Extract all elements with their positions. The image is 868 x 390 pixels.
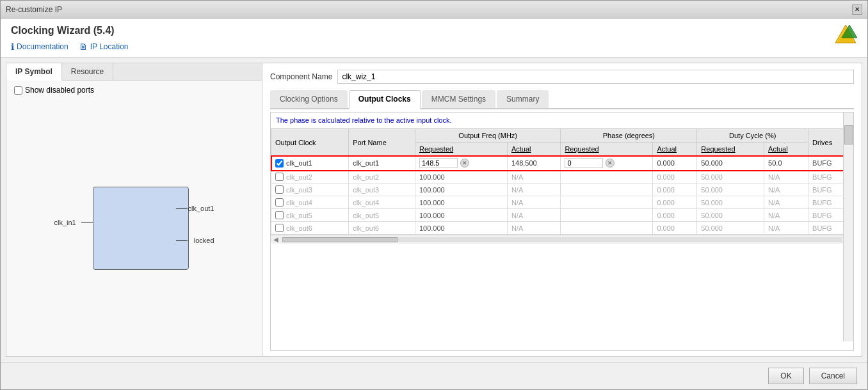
output-clock-name: clk_out6 — [286, 224, 312, 232]
app-title: Clocking Wizard (5.4) — [11, 25, 857, 36]
ip-symbol-area: clk_in1 clk_out1 locked — [6, 100, 262, 356]
ok-button[interactable]: OK — [768, 368, 803, 384]
table-scroll[interactable]: Output Clock Port Name Output Freq (MHz)… — [271, 129, 853, 235]
main-window: Re-customize IP ✕ Clocking Wizard (5.4) … — [0, 0, 868, 390]
vertical-scrollbar[interactable] — [843, 113, 853, 341]
documentation-label: Documentation — [17, 42, 68, 51]
table-area: The phase is calculated relative to the … — [270, 112, 854, 351]
output-clock-checkbox[interactable] — [275, 224, 284, 232]
close-icon: ✕ — [855, 6, 860, 13]
col-phase: Phase (degrees) — [561, 129, 697, 143]
tab-summary[interactable]: Summary — [497, 90, 549, 108]
cell-output-clock: clk_out1 — [271, 156, 349, 171]
cell-duty-act: 50.0 — [764, 156, 808, 171]
col-output-freq: Output Freq (MHz) — [415, 129, 560, 143]
show-disabled-checkbox[interactable] — [14, 86, 22, 95]
output-clock-name: clk_out2 — [286, 173, 312, 181]
cell-duty-req: 50.000 — [697, 196, 764, 209]
h-scroll-track — [282, 237, 842, 242]
cell-duty-act: N/A — [764, 171, 808, 183]
col-freq-act: Actual — [507, 143, 560, 156]
ip-block: clk_in1 clk_out1 locked — [54, 180, 214, 276]
tab-clocking-options[interactable]: Clocking Options — [270, 90, 348, 108]
cell-output-clock: clk_out4 — [271, 196, 349, 209]
cell-phase-req — [561, 183, 653, 196]
cell-freq-act: N/A — [507, 209, 560, 222]
left-tabs: IP Symbol Resource — [6, 63, 262, 81]
footer: OK Cancel — [1, 362, 867, 389]
col-output-clock: Output Clock — [271, 129, 349, 156]
cell-duty-act: N/A — [764, 183, 808, 196]
content-area: IP Symbol Resource Show disabled ports c… — [6, 63, 862, 357]
output-port1-line — [176, 208, 188, 209]
cell-port-name: clk_out2 — [349, 171, 415, 183]
cell-freq-req: 100.000 — [415, 171, 507, 183]
scroll-left-arrow[interactable]: ◀ — [271, 236, 281, 243]
cell-phase-act: 0.000 — [653, 156, 697, 171]
main-tabs: Clocking Options Output Clocks MMCM Sett… — [270, 90, 854, 109]
cell-port-name: clk_out5 — [349, 209, 415, 222]
cell-output-clock: clk_out2 — [271, 171, 349, 183]
output-clock-checkbox[interactable] — [275, 173, 284, 181]
col-duty-req: Requested — [697, 143, 764, 156]
table-row: clk_out3clk_out3100.000N/A0.00050.000N/A… — [271, 183, 853, 196]
cell-phase-act: 0.000 — [653, 183, 697, 196]
header-area: Clocking Wizard (5.4) ℹ Documentation 🗎 … — [1, 19, 867, 58]
cell-freq-req: 100.000 — [415, 209, 507, 222]
tab-ip-symbol[interactable]: IP Symbol — [6, 63, 62, 81]
table-header-row1: Output Clock Port Name Output Freq (MHz)… — [271, 129, 853, 143]
cell-phase-req — [561, 209, 653, 222]
window-title: Re-customize IP — [6, 5, 62, 14]
tab-mmcm-settings[interactable]: MMCM Settings — [422, 90, 495, 108]
cell-duty-req: 50.000 — [697, 222, 764, 235]
cell-freq-req[interactable]: ✕ — [415, 156, 507, 171]
cell-phase-req — [561, 171, 653, 183]
output-clock-name: clk_out5 — [286, 212, 312, 219]
col-duty-act: Actual — [764, 143, 808, 156]
document-icon: 🗎 — [79, 42, 88, 52]
h-scroll-thumb — [282, 237, 398, 242]
output-clock-checkbox[interactable] — [275, 159, 284, 168]
tab-output-clocks[interactable]: Output Clocks — [349, 90, 421, 109]
cell-duty-act: N/A — [764, 209, 808, 222]
info-text: The phase is calculated relative to the … — [271, 113, 853, 129]
phase-req-input[interactable] — [565, 158, 603, 168]
col-duty: Duty Cycle (%) — [697, 129, 808, 143]
cell-output-clock: clk_out3 — [271, 183, 349, 196]
tab-resource[interactable]: Resource — [62, 63, 113, 80]
horizontal-scrollbar[interactable]: ◀ ▶ — [271, 235, 853, 244]
output-clock-checkbox[interactable] — [275, 185, 284, 194]
cell-phase-req[interactable]: ✕ — [561, 156, 653, 171]
table-row: clk_out4clk_out4100.000N/A0.00050.000N/A… — [271, 196, 853, 209]
left-panel: IP Symbol Resource Show disabled ports c… — [6, 63, 262, 356]
table-row: clk_out5clk_out5100.000N/A0.00050.000N/A… — [271, 209, 853, 222]
ip-box — [93, 187, 189, 270]
documentation-link[interactable]: ℹ Documentation — [11, 42, 68, 52]
phase-req-clear[interactable]: ✕ — [606, 159, 615, 168]
freq-req-clear[interactable]: ✕ — [460, 159, 469, 168]
cancel-button[interactable]: Cancel — [809, 368, 857, 384]
output-clock-checkbox[interactable] — [275, 211, 284, 219]
freq-req-input[interactable] — [419, 158, 458, 168]
cell-phase-act: 0.000 — [653, 222, 697, 235]
right-panel: Component Name Clocking Options Output C… — [262, 63, 862, 356]
cell-port-name: clk_out4 — [349, 196, 415, 209]
output-clock-name: clk_out4 — [286, 199, 312, 207]
component-name-input[interactable] — [337, 70, 854, 84]
input-port-label: clk_in1 — [54, 219, 76, 226]
cell-phase-act: 0.000 — [653, 196, 697, 209]
show-disabled-row: Show disabled ports — [6, 81, 262, 100]
cell-port-name: clk_out3 — [349, 183, 415, 196]
table-row: clk_out6clk_out6100.000N/A0.00050.000N/A… — [271, 222, 853, 235]
cell-duty-req[interactable]: 50.000 — [697, 156, 764, 171]
scrollbar-thumb — [844, 125, 853, 144]
output-clock-checkbox[interactable] — [275, 198, 284, 207]
col-port-name: Port Name — [349, 129, 415, 156]
close-button[interactable]: ✕ — [852, 4, 862, 15]
component-name-row: Component Name — [270, 70, 854, 84]
cell-duty-req: 50.000 — [697, 209, 764, 222]
col-phase-req: Requested — [561, 143, 653, 156]
cell-freq-req: 100.000 — [415, 222, 507, 235]
cell-freq-req: 100.000 — [415, 183, 507, 196]
ip-location-link[interactable]: 🗎 IP Location — [79, 42, 129, 52]
